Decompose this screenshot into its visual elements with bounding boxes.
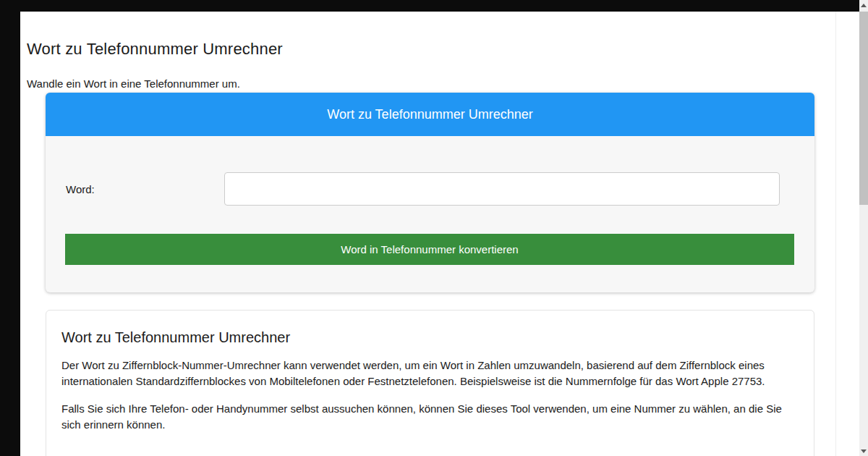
- page-background: { "page": { "title": "Wort zu Telefonnum…: [0, 0, 868, 456]
- scroll-down-icon: [861, 449, 867, 453]
- info-paragraph-1: Der Wort zu Ziffernblock-Nummer-Umrechne…: [61, 358, 799, 389]
- scroll-up-button[interactable]: [859, 0, 868, 10]
- scroll-up-icon: [861, 4, 867, 7]
- info-card: Wort zu Telefonnummer Umrechner Der Wort…: [46, 310, 814, 456]
- info-heading: Wort zu Telefonnummer Umrechner: [61, 329, 799, 346]
- word-label: Word:: [66, 172, 95, 206]
- scrollbar-thumb[interactable]: [859, 12, 868, 205]
- converter-card-title: Wort zu Telefonnummer Umrechner: [327, 107, 532, 122]
- content-sheet: Wort zu Telefonnummer Umrechner Wandle e…: [20, 12, 859, 456]
- scroll-down-button[interactable]: [859, 446, 868, 456]
- info-card-inner: Wort zu Telefonnummer Umrechner Der Wort…: [46, 329, 814, 433]
- converter-card-header: Wort zu Telefonnummer Umrechner: [46, 93, 814, 136]
- converter-card-body: Word: Word in Telefonnummer konvertieren: [46, 136, 814, 292]
- word-input[interactable]: [224, 172, 780, 206]
- page-subtitle: Wandle ein Wort in eine Telefonnummer um…: [27, 77, 240, 90]
- sheet-edge-divider: [835, 12, 836, 456]
- converter-card: Wort zu Telefonnummer Umrechner Word: Wo…: [46, 93, 814, 292]
- convert-button[interactable]: Word in Telefonnummer konvertieren: [65, 234, 794, 265]
- info-paragraph-2: Falls Sie sich Ihre Telefon- oder Handyn…: [61, 401, 799, 433]
- page-title: Wort zu Telefonnummer Umrechner: [27, 40, 283, 59]
- vertical-scrollbar[interactable]: [859, 0, 868, 456]
